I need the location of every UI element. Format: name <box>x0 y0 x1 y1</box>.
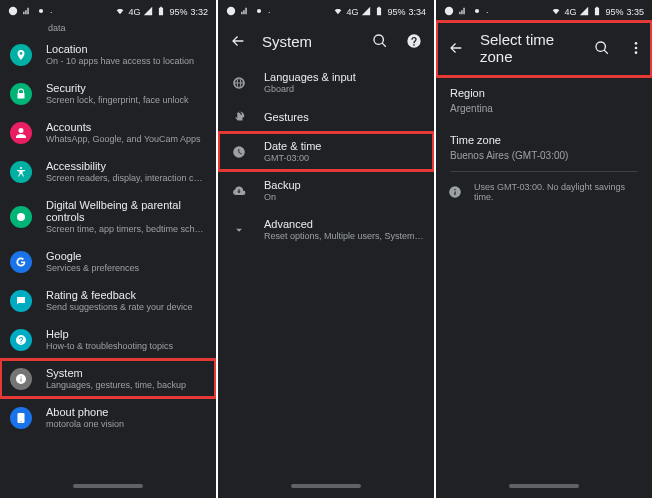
phone-icon <box>10 407 32 429</box>
list-item[interactable]: BackupOn <box>218 171 434 210</box>
item-sublabel: GMT-03:00 <box>264 153 321 163</box>
page-title: Select time zone <box>480 31 578 65</box>
nav-bar[interactable] <box>0 478 216 498</box>
list-item[interactable]: Languages & inputGboard <box>218 63 434 102</box>
page-title: System <box>262 33 356 50</box>
battery-icon <box>156 6 166 18</box>
partial-item[interactable]: data <box>0 21 216 35</box>
list-item[interactable]: Digital Wellbeing & parental controlsScr… <box>0 191 216 242</box>
info-text: Uses GMT-03:00. No daylight savings time… <box>474 182 640 202</box>
list-item[interactable]: GoogleServices & preferences <box>0 242 216 281</box>
region-value: Argentina <box>450 103 638 114</box>
list-item[interactable]: AccessibilityScreen readers, display, in… <box>0 152 216 191</box>
list-item[interactable]: AccountsWhatsApp, Google, and YouCam App… <box>0 113 216 152</box>
lock-icon <box>10 83 32 105</box>
item-label: Backup <box>264 179 301 191</box>
list-item[interactable]: SystemLanguages, gestures, time, backup <box>0 359 216 398</box>
back-button[interactable] <box>228 31 248 51</box>
item-sublabel: motorola one vision <box>46 419 124 429</box>
item-label: Location <box>46 43 194 55</box>
cell-icon <box>143 6 153 18</box>
nav-bar[interactable] <box>218 478 434 498</box>
item-sublabel: Reset options, Multiple users, System up… <box>264 231 424 241</box>
battery-icon <box>592 6 602 18</box>
help-icon <box>10 329 32 351</box>
chevron-down-icon <box>228 223 250 237</box>
phone-settings: · 4G 95% 3:32 data LocationOn - 10 apps … <box>0 0 216 498</box>
item-sublabel: Services & preferences <box>46 263 139 273</box>
phone-timezone: · 4G 95% 3:35 Select time zone Region Ar… <box>436 0 652 498</box>
item-sublabel: On <box>264 192 301 202</box>
svg-point-2 <box>17 213 25 221</box>
status-bar: · 4G 95% 3:35 <box>436 0 652 21</box>
gestures-icon <box>228 110 250 124</box>
list-item[interactable]: HelpHow-to & troubleshooting topics <box>0 320 216 359</box>
list-item[interactable]: SecurityScreen lock, fingerprint, face u… <box>0 74 216 113</box>
item-label: System <box>46 367 186 379</box>
item-sublabel: Screen readers, display, interaction con… <box>46 173 206 183</box>
more-button[interactable] <box>626 38 646 58</box>
list-item[interactable]: LocationOn - 10 apps have access to loca… <box>0 35 216 74</box>
title-bar: System <box>218 21 434 63</box>
item-label: Google <box>46 250 139 262</box>
search-button[interactable] <box>592 38 612 58</box>
dot-icon <box>254 6 264 18</box>
item-sublabel: Screen lock, fingerprint, face unlock <box>46 95 189 105</box>
search-button[interactable] <box>370 31 390 51</box>
item-label: Digital Wellbeing & parental controls <box>46 199 206 223</box>
item-label: About phone <box>46 406 124 418</box>
timezone-section[interactable]: Time zone Buenos Aires (GMT-03:00) <box>436 124 652 171</box>
globe-icon <box>228 76 250 90</box>
list-item[interactable]: AdvancedReset options, Multiple users, S… <box>218 210 434 249</box>
settings-list: LocationOn - 10 apps have access to loca… <box>0 35 216 478</box>
signal-icon <box>22 6 32 18</box>
timezone-label: Time zone <box>450 134 638 146</box>
dot-icon: · <box>486 7 489 17</box>
dot-icon <box>472 6 482 18</box>
battery-pct: 95% <box>605 7 623 17</box>
svg-point-9 <box>635 51 638 54</box>
info-icon <box>10 368 32 390</box>
status-bar: · 4G 95% 3:34 <box>218 0 434 21</box>
help-button[interactable] <box>404 31 424 51</box>
net-label: 4G <box>564 7 576 17</box>
nav-bar[interactable] <box>436 478 652 498</box>
list-item[interactable]: Date & timeGMT-03:00 <box>218 132 434 171</box>
item-label: Help <box>46 328 173 340</box>
region-section[interactable]: Region Argentina <box>436 77 652 124</box>
status-bar: · 4G 95% 3:32 <box>0 0 216 21</box>
list-item[interactable]: Rating & feedbackSend suggestions & rate… <box>0 281 216 320</box>
messenger-icon <box>8 6 18 18</box>
accessibility-icon <box>10 161 32 183</box>
item-label: Languages & input <box>264 71 356 83</box>
svg-point-7 <box>635 42 638 45</box>
messenger-icon <box>226 6 236 18</box>
info-icon <box>448 185 462 199</box>
item-sublabel: Gboard <box>264 84 356 94</box>
item-sublabel: On - 10 apps have access to location <box>46 56 194 66</box>
item-sublabel: WhatsApp, Google, and YouCam Apps <box>46 134 201 144</box>
google-icon <box>10 251 32 273</box>
svg-point-6 <box>475 9 479 13</box>
item-label: Accounts <box>46 121 201 133</box>
signal-icon <box>240 6 250 18</box>
svg-point-0 <box>9 7 17 15</box>
list-item[interactable]: Gestures <box>218 102 434 132</box>
item-label: Gestures <box>264 111 309 123</box>
svg-point-8 <box>635 47 638 50</box>
wifi-icon <box>115 6 125 18</box>
svg-point-3 <box>227 7 235 15</box>
feedback-icon <box>10 290 32 312</box>
system-list: Languages & inputGboardGesturesDate & ti… <box>218 63 434 478</box>
list-item[interactable]: About phonemotorola one vision <box>0 398 216 437</box>
messenger-icon <box>444 6 454 18</box>
wellbeing-icon <box>10 206 32 228</box>
clock-text: 3:35 <box>626 7 644 17</box>
info-row: Uses GMT-03:00. No daylight savings time… <box>436 172 652 212</box>
battery-icon <box>374 6 384 18</box>
dot-icon <box>36 6 46 18</box>
item-sublabel: Screen time, app timers, bedtime schedul… <box>46 224 206 234</box>
title-bar: Select time zone <box>436 21 652 77</box>
battery-pct: 95% <box>169 7 187 17</box>
back-button[interactable] <box>446 38 466 58</box>
